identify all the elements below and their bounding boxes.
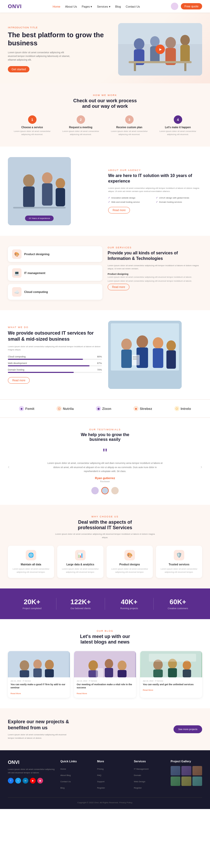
what-content: What we do We provide outsourced IT serv… xyxy=(8,326,102,384)
progress-cloud: Cloud computing 80% xyxy=(8,355,102,360)
step-1-title: Choose a service xyxy=(10,126,54,129)
nav-pages[interactable]: Pages ▾ xyxy=(82,5,92,8)
nav-home[interactable]: Home xyxy=(53,5,60,8)
testimonial-avatar-2[interactable] xyxy=(101,487,109,494)
nav-contact[interactable]: Contact Us xyxy=(126,5,140,8)
blog-meta-1: Jan 21, 2022 · IT Service xyxy=(10,680,67,682)
how-work-tag: How we work xyxy=(8,94,202,96)
footer-link-contact[interactable]: Contact Us xyxy=(60,780,71,783)
step-1: 1 Choose a service Lorem ipsum dolor sit… xyxy=(8,115,56,136)
svg-rect-41 xyxy=(45,669,54,677)
nutrila-icon: ⬡ xyxy=(56,406,62,411)
testimonial-avatar-1[interactable] xyxy=(91,487,99,494)
footer-link-register[interactable]: Register xyxy=(97,787,105,789)
see-more-projects-button[interactable]: See more projects xyxy=(174,725,202,733)
svg-rect-11 xyxy=(134,63,136,71)
what-tag: What we do xyxy=(8,326,102,329)
femit-icon: ◈ xyxy=(19,406,24,411)
service-icon-3: ☁️ xyxy=(12,287,22,297)
footer-link-pricing[interactable]: Pricing xyxy=(97,768,103,770)
step-2-num: 2 xyxy=(77,115,85,124)
svg-point-2 xyxy=(134,38,144,50)
footer-link-it-management[interactable]: IT Management xyxy=(134,768,149,770)
footer-bottom: Copyright © 2022 Onvi. All Rights Reserv… xyxy=(8,798,202,804)
about-read-more-button[interactable]: Read more xyxy=(108,207,130,213)
free-quote-button[interactable]: Free quote xyxy=(181,3,202,9)
blog-read-more-2[interactable]: Read More xyxy=(77,692,87,695)
progress-domain-bar xyxy=(8,372,102,373)
svg-rect-49 xyxy=(96,668,103,677)
footer-link-about-blog[interactable]: About Blog xyxy=(60,774,70,776)
blog-illustration-3 xyxy=(140,651,202,677)
hero-cta-button[interactable]: Get started xyxy=(8,66,29,72)
testimonial-role: Reviewer xyxy=(16,480,194,483)
blog-read-more-3[interactable]: Read More xyxy=(143,689,153,691)
services-read-more-button[interactable]: Read more xyxy=(108,284,129,290)
footer-link-faq[interactable]: FAQ xyxy=(97,774,101,776)
progress-web-label: Web development 87% xyxy=(8,362,102,365)
strebez-icon: ◈ xyxy=(133,406,139,411)
about-feature-3: Web and small hosting service xyxy=(108,200,154,203)
nav-services[interactable]: Services ▾ xyxy=(97,5,110,8)
testimonial-avatar-3[interactable] xyxy=(111,487,119,494)
play-button[interactable] xyxy=(155,44,165,54)
social-youtube[interactable]: ▶ xyxy=(30,778,36,783)
svg-rect-54 xyxy=(168,668,177,677)
progress-web-bar xyxy=(8,365,102,366)
nav-about[interactable]: About Us xyxy=(65,5,77,8)
partner-intrelo: ⬡ Intrelo xyxy=(174,406,191,411)
svg-point-45 xyxy=(105,659,113,669)
stat-1: 20K+ Project completed xyxy=(8,598,56,610)
step-4-desc: Lorem ipsum dolor sit amet consectetur a… xyxy=(156,130,200,136)
what-we-do-section: What we do We provide outsourced IT serv… xyxy=(0,310,210,399)
stat-4: 60K+ Creative customers xyxy=(154,598,202,610)
footer-link-register2[interactable]: Register xyxy=(134,787,142,789)
step-3-num: 3 xyxy=(125,115,133,124)
testimonial-next[interactable]: › xyxy=(201,464,202,469)
why-card-title-4: Trusted services xyxy=(159,563,199,566)
nav-blog[interactable]: Blog xyxy=(115,5,121,8)
what-read-more-button[interactable]: Read more xyxy=(8,377,30,384)
footer-link-domain[interactable]: Domain xyxy=(134,774,141,776)
blog-read-more-1[interactable]: Read More xyxy=(10,692,21,695)
svg-rect-24 xyxy=(121,349,132,368)
step-1-desc: Lorem ipsum dolor sit amet consectetur a… xyxy=(10,130,54,136)
service-card-list: 🎨 Product designing 💻 IT management ☁️ C… xyxy=(8,246,102,300)
blog-body-3: Jan 22, 2022 · IT Service You can easily… xyxy=(140,677,202,695)
footer-link-home[interactable]: Home xyxy=(60,768,66,770)
svg-point-47 xyxy=(118,660,126,671)
testimonials-section: Our Testimonials We help you to grow the… xyxy=(0,418,210,505)
social-linkedin[interactable]: in xyxy=(23,778,28,783)
social-twitter[interactable]: t xyxy=(15,778,21,783)
blog-post-title-3: You can easily and get the unlimited ser… xyxy=(143,683,200,686)
social-instagram[interactable]: ◉ xyxy=(37,778,43,783)
services-description: Lorem ipsum dolor sit amet consectetur a… xyxy=(108,264,202,271)
stat-label-2: Our beloved clients xyxy=(56,607,105,610)
blog-title: Let's meet up with ourlatest blogs and n… xyxy=(8,634,202,645)
step-2: 2 Request a meeting Lorem ipsum dolor si… xyxy=(56,115,105,136)
testimonial-prev[interactable]: ‹ xyxy=(8,464,9,469)
partner-zixon: ◉ Zixon xyxy=(96,406,111,411)
svg-rect-20 xyxy=(13,207,66,209)
footer-link-support[interactable]: Support xyxy=(97,780,104,783)
footer-link-blog[interactable]: Blog xyxy=(60,787,65,789)
why-card-1: 🌐 Maintain all data Lorem ipsum dolor si… xyxy=(8,546,54,578)
why-tag: Why choose us xyxy=(8,515,202,518)
projects-description: Lorem ipsum dolor sit amet consectetur a… xyxy=(8,733,71,740)
footer-link-web-design[interactable]: Web Design xyxy=(134,780,145,783)
projects-content: Explore our new projects & benefited fro… xyxy=(8,719,76,740)
step-4: 4 Let's make it happen Lorem ipsum dolor… xyxy=(154,115,202,136)
step-4-title: Let's make it happen xyxy=(156,126,200,129)
step-3-desc: Lorem ipsum dolor sit amet consectetur a… xyxy=(107,130,151,136)
blog-body-1: Jan 21, 2022 · IT Service You can easily… xyxy=(8,677,70,698)
blog-illustration-1 xyxy=(8,651,70,677)
social-facebook[interactable]: f xyxy=(8,778,13,783)
svg-rect-10 xyxy=(129,61,191,63)
about-description: Lorem ipsum dolor sit amet consectetur a… xyxy=(108,187,202,193)
footer-gallery xyxy=(171,766,202,786)
svg-point-16 xyxy=(42,172,53,184)
services-content: Our services Provide you all kinds of se… xyxy=(108,246,202,300)
why-us-section: Why choose us Deal with the aspects ofpr… xyxy=(0,505,210,588)
gallery-thumb-6 xyxy=(192,776,202,786)
what-illustration xyxy=(108,321,182,389)
